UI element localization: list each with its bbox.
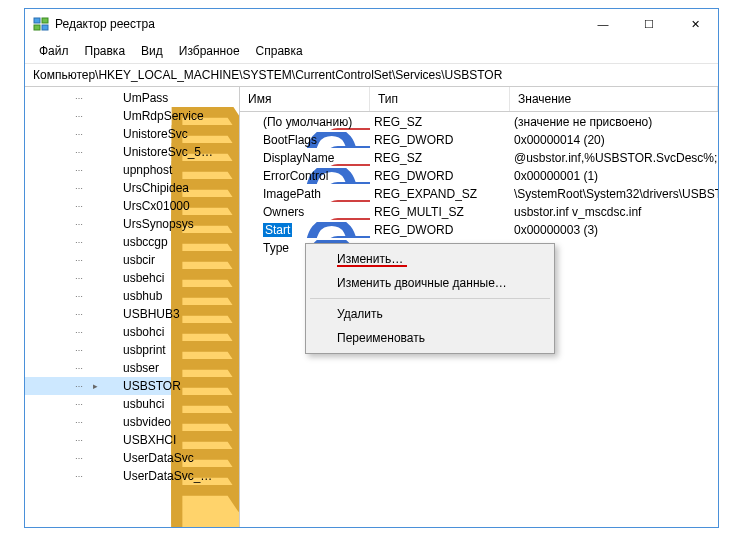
tree-item-usbser[interactable]: ⋯usbser xyxy=(25,359,239,377)
folder-icon xyxy=(102,433,118,447)
value-row[interactable]: DisplayNameREG_SZ@usbstor.inf,%USBSTOR.S… xyxy=(240,149,718,167)
tree-item-usbvideo[interactable]: ⋯usbvideo xyxy=(25,413,239,431)
tree-panel[interactable]: ⋯UmPass⋯UmRdpService⋯UnistoreSvc⋯Unistor… xyxy=(25,87,240,527)
tree-item-label: USBXHCI xyxy=(121,433,178,447)
tree-item-label: UrsSynopsys xyxy=(121,217,196,231)
address-bar[interactable]: Компьютер\HKEY_LOCAL_MACHINE\SYSTEM\Curr… xyxy=(25,64,718,87)
value-name: Type xyxy=(263,241,289,255)
tree-guide-icon: ⋯ xyxy=(69,346,89,355)
menu-file[interactable]: Файл xyxy=(31,41,77,61)
tree-item-urssynopsys[interactable]: ⋯UrsSynopsys xyxy=(25,215,239,233)
tree-item-urschipidea[interactable]: ⋯UrsChipidea xyxy=(25,179,239,197)
col-type[interactable]: Тип xyxy=(370,87,510,111)
folder-icon xyxy=(102,469,118,483)
value-type: REG_DWORD xyxy=(370,223,510,237)
cm-separator xyxy=(310,298,550,299)
value-name: ErrorControl xyxy=(263,169,328,183)
menu-edit[interactable]: Правка xyxy=(77,41,134,61)
tree-guide-icon: ⋯ xyxy=(69,292,89,301)
value-type: REG_DWORD xyxy=(370,133,510,147)
menu-help[interactable]: Справка xyxy=(248,41,311,61)
folder-icon xyxy=(102,145,118,159)
tree-item-unistoresvc-5-[interactable]: ⋯UnistoreSvc_5… xyxy=(25,143,239,161)
folder-icon xyxy=(102,289,118,303)
tree-item-label: USBHUB3 xyxy=(121,307,182,321)
value-row[interactable]: StartREG_DWORD0x00000003 (3) xyxy=(240,221,718,239)
tree-item-label: usbcir xyxy=(121,253,157,267)
tree-item-usbprint[interactable]: ⋯usbprint xyxy=(25,341,239,359)
value-row[interactable]: ErrorControlREG_DWORD0x00000001 (1) xyxy=(240,167,718,185)
value-row[interactable]: BootFlagsREG_DWORD0x00000014 (20) xyxy=(240,131,718,149)
tree-guide-icon: ⋯ xyxy=(69,94,89,103)
cm-rename[interactable]: Переименовать xyxy=(309,326,551,350)
value-row[interactable]: (По умолчанию)REG_SZ(значение не присвое… xyxy=(240,113,718,131)
svg-rect-2 xyxy=(34,25,40,30)
tree-item-usbxhci[interactable]: ⋯USBXHCI xyxy=(25,431,239,449)
tree-item-usbohci[interactable]: ⋯usbohci xyxy=(25,323,239,341)
value-type: REG_MULTI_SZ xyxy=(370,205,510,219)
maximize-button[interactable]: ☐ xyxy=(626,9,672,39)
value-row[interactable]: OwnersREG_MULTI_SZusbstor.inf v_mscdsc.i… xyxy=(240,203,718,221)
tree-guide-icon: ⋯ xyxy=(69,220,89,229)
tree-item-unistoresvc[interactable]: ⋯UnistoreSvc xyxy=(25,125,239,143)
binary-value-icon xyxy=(244,222,260,238)
folder-icon xyxy=(102,325,118,339)
string-value-icon xyxy=(244,114,260,130)
value-data: 0x00000003 (3) xyxy=(510,223,718,237)
folder-icon xyxy=(102,307,118,321)
tree-item-userdatasvc-[interactable]: ⋯UserDataSvc_… xyxy=(25,467,239,485)
cm-modify[interactable]: Изменить… xyxy=(309,247,551,271)
col-name[interactable]: Имя xyxy=(240,87,370,111)
list-body: (По умолчанию)REG_SZ(значение не присвое… xyxy=(240,112,718,258)
binary-value-icon xyxy=(244,240,260,256)
folder-icon xyxy=(102,343,118,357)
cm-delete[interactable]: Удалить xyxy=(309,302,551,326)
value-type: REG_SZ xyxy=(370,115,510,129)
tree-guide-icon: ⋯ xyxy=(69,418,89,427)
value-name: Start xyxy=(263,223,292,237)
folder-icon xyxy=(102,271,118,285)
tree-guide-icon: ⋯ xyxy=(69,256,89,265)
tree-item-usbhub[interactable]: ⋯usbhub xyxy=(25,287,239,305)
close-button[interactable]: ✕ xyxy=(672,9,718,39)
string-value-icon xyxy=(244,186,260,202)
tree-item-usbstor[interactable]: ⋯▸USBSTOR xyxy=(25,377,239,395)
value-row[interactable]: ImagePathREG_EXPAND_SZ\SystemRoot\System… xyxy=(240,185,718,203)
tree-guide-icon: ⋯ xyxy=(69,400,89,409)
tree-item-usbccgp[interactable]: ⋯usbccgp xyxy=(25,233,239,251)
col-data[interactable]: Значение xyxy=(510,87,718,111)
folder-icon xyxy=(102,235,118,249)
tree-item-urscx01000[interactable]: ⋯UrsCx01000 xyxy=(25,197,239,215)
tree-item-usbcir[interactable]: ⋯usbcir xyxy=(25,251,239,269)
titlebar[interactable]: Редактор реестра — ☐ ✕ xyxy=(25,9,718,39)
cm-modify-binary[interactable]: Изменить двоичные данные… xyxy=(309,271,551,295)
tree-caret-icon[interactable]: ▸ xyxy=(89,381,101,391)
tree-item-label: UmRdpService xyxy=(121,109,206,123)
tree-item-label: UrsChipidea xyxy=(121,181,191,195)
binary-value-icon xyxy=(244,132,260,148)
tree-item-usbuhci[interactable]: ⋯usbuhci xyxy=(25,395,239,413)
tree-item-label: usbehci xyxy=(121,271,166,285)
cm-modify-label: Изменить… xyxy=(337,252,403,266)
tree-item-userdatasvc[interactable]: ⋯UserDataSvc xyxy=(25,449,239,467)
folder-icon xyxy=(102,253,118,267)
tree-guide-icon: ⋯ xyxy=(69,454,89,463)
tree-item-usbehci[interactable]: ⋯usbehci xyxy=(25,269,239,287)
tree-item-umrdpservice[interactable]: ⋯UmRdpService xyxy=(25,107,239,125)
tree-item-label: UserDataSvc_… xyxy=(121,469,214,483)
tree-item-upnphost[interactable]: ⋯upnphost xyxy=(25,161,239,179)
menu-favorites[interactable]: Избранное xyxy=(171,41,248,61)
window-title: Редактор реестра xyxy=(55,17,580,31)
value-data: usbstor.inf v_mscdsc.inf xyxy=(510,205,718,219)
minimize-button[interactable]: — xyxy=(580,9,626,39)
tree-item-usbhub3[interactable]: ⋯USBHUB3 xyxy=(25,305,239,323)
menu-view[interactable]: Вид xyxy=(133,41,171,61)
tree-item-label: UserDataSvc xyxy=(121,451,196,465)
tree-guide-icon: ⋯ xyxy=(69,166,89,175)
tree-item-label: usbccgp xyxy=(121,235,170,249)
annotation-underline xyxy=(337,265,407,267)
tree-item-umpass[interactable]: ⋯UmPass xyxy=(25,89,239,107)
folder-icon xyxy=(102,127,118,141)
tree-item-label: usbser xyxy=(121,361,161,375)
tree-guide-icon: ⋯ xyxy=(69,202,89,211)
